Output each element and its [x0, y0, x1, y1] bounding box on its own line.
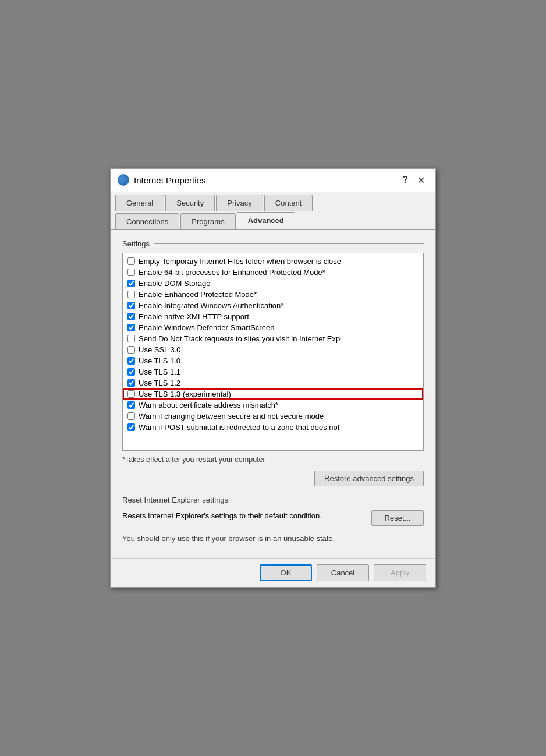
- tab-general[interactable]: General: [115, 195, 164, 211]
- setting-enhanced-protected[interactable]: Enable Enhanced Protected Mode*: [123, 289, 423, 300]
- tab-content[interactable]: Content: [264, 195, 313, 211]
- setting-xmlhttp[interactable]: Enable native XMLHTTP support: [123, 311, 423, 322]
- setting-label-dnt: Send Do Not Track requests to sites you …: [139, 334, 342, 343]
- setting-label-64bit: Enable 64-bit processes for Enhanced Pro…: [139, 268, 325, 277]
- checkbox-dnt[interactable]: [127, 335, 135, 342]
- apply-button[interactable]: Apply: [374, 564, 426, 581]
- tab-security[interactable]: Security: [165, 195, 215, 211]
- settings-list[interactable]: Empty Temporary Internet Files folder wh…: [122, 253, 424, 451]
- setting-label-dom-storage: Enable DOM Storage: [139, 279, 211, 288]
- setting-64bit[interactable]: Enable 64-bit processes for Enhanced Pro…: [123, 267, 423, 278]
- checkbox-cert-mismatch[interactable]: [127, 401, 135, 409]
- checkbox-post-redirect[interactable]: [127, 423, 135, 431]
- internet-properties-dialog: Internet Properties ? ✕ General Security…: [110, 168, 436, 588]
- tab-content-area: Settings Empty Temporary Internet Files …: [111, 230, 435, 559]
- setting-dom-storage[interactable]: Enable DOM Storage: [123, 278, 423, 289]
- ok-button[interactable]: OK: [260, 564, 312, 581]
- checkbox-xmlhttp[interactable]: [127, 313, 135, 320]
- settings-section-header: Settings: [122, 239, 424, 248]
- setting-label-empty-temp: Empty Temporary Internet Files folder wh…: [139, 257, 341, 266]
- setting-label-integrated-auth: Enable Integrated Windows Authentication…: [139, 301, 283, 310]
- setting-label-tls10: Use TLS 1.0: [139, 356, 180, 365]
- checkbox-enhanced-protected[interactable]: [127, 291, 135, 298]
- tab-connections[interactable]: Connections: [115, 213, 179, 229]
- setting-label-ssl30: Use SSL 3.0: [139, 345, 181, 354]
- checkbox-64bit[interactable]: [127, 269, 135, 276]
- checkbox-tls13[interactable]: [127, 390, 135, 398]
- setting-dnt[interactable]: Send Do Not Track requests to sites you …: [123, 333, 423, 344]
- tabs-container: General Security Privacy Content Connect…: [111, 192, 435, 230]
- tab-programs[interactable]: Programs: [180, 213, 235, 229]
- setting-secure-mode[interactable]: Warn if changing between secure and not …: [123, 411, 423, 422]
- setting-label-enhanced-protected: Enable Enhanced Protected Mode*: [139, 290, 257, 299]
- setting-label-post-redirect: Warn if POST submittal is redirected to …: [139, 423, 339, 432]
- setting-label-tls12: Use TLS 1.2: [139, 379, 180, 387]
- setting-label-secure-mode: Warn if changing between secure and not …: [139, 412, 324, 421]
- restart-note: *Takes effect after you restart your com…: [122, 455, 424, 464]
- setting-integrated-auth[interactable]: Enable Integrated Windows Authentication…: [123, 300, 423, 311]
- checkbox-dom-storage[interactable]: [127, 280, 135, 287]
- app-icon: [118, 174, 129, 186]
- help-button[interactable]: ?: [399, 174, 412, 186]
- setting-ssl30[interactable]: Use SSL 3.0: [123, 344, 423, 355]
- setting-smartscreen[interactable]: Enable Windows Defender SmartScreen: [123, 322, 423, 333]
- setting-tls10[interactable]: Use TLS 1.0: [123, 355, 423, 366]
- checkbox-ssl30[interactable]: [127, 346, 135, 354]
- tab-advanced[interactable]: Advanced: [237, 212, 295, 229]
- checkbox-tls12[interactable]: [127, 379, 135, 387]
- setting-empty-temp[interactable]: Empty Temporary Internet Files folder wh…: [123, 256, 423, 267]
- tabs-row-2: Connections Programs Advanced: [115, 211, 431, 229]
- cancel-button[interactable]: Cancel: [317, 564, 369, 581]
- title-controls: ? ✕: [399, 174, 428, 187]
- restore-btn-row: Restore advanced settings: [122, 471, 424, 486]
- setting-post-redirect[interactable]: Warn if POST submittal is redirected to …: [123, 422, 423, 433]
- dialog-title: Internet Properties: [134, 175, 394, 185]
- reset-content: Resets Internet Explorer's settings to t…: [122, 510, 424, 526]
- tabs-row-1: General Security Privacy Content: [115, 192, 431, 211]
- setting-tls12[interactable]: Use TLS 1.2: [123, 377, 423, 388]
- title-bar: Internet Properties ? ✕: [111, 169, 435, 192]
- close-button[interactable]: ✕: [414, 174, 428, 187]
- settings-list-inner: Empty Temporary Internet Files folder wh…: [123, 253, 423, 435]
- checkbox-tls10[interactable]: [127, 357, 135, 365]
- setting-label-tls11: Use TLS 1.1: [139, 368, 180, 376]
- checkbox-secure-mode[interactable]: [127, 412, 135, 420]
- setting-label-cert-mismatch: Warn about certificate address mismatch*: [139, 401, 278, 409]
- reset-button[interactable]: Reset...: [371, 510, 424, 526]
- reset-description: Resets Internet Explorer's settings to t…: [122, 510, 364, 522]
- checkbox-smartscreen[interactable]: [127, 324, 135, 331]
- warning-text: You should only use this if your browser…: [122, 533, 424, 545]
- checkbox-empty-temp[interactable]: [127, 257, 135, 265]
- restore-advanced-settings-button[interactable]: Restore advanced settings: [314, 471, 424, 486]
- checkbox-tls11[interactable]: [127, 368, 135, 376]
- tab-privacy[interactable]: Privacy: [216, 195, 263, 211]
- setting-label-tls13: Use TLS 1.3 (experimental): [139, 390, 231, 398]
- setting-label-xmlhttp: Enable native XMLHTTP support: [139, 312, 249, 321]
- setting-cert-mismatch[interactable]: Warn about certificate address mismatch*: [123, 400, 423, 411]
- setting-tls13[interactable]: Use TLS 1.3 (experimental): [123, 388, 423, 400]
- dialog-footer: OK Cancel Apply: [111, 558, 435, 587]
- reset-section-header: Reset Internet Explorer settings: [122, 496, 424, 504]
- setting-label-smartscreen: Enable Windows Defender SmartScreen: [139, 323, 274, 332]
- setting-tls11[interactable]: Use TLS 1.1: [123, 366, 423, 377]
- checkbox-integrated-auth[interactable]: [127, 302, 135, 309]
